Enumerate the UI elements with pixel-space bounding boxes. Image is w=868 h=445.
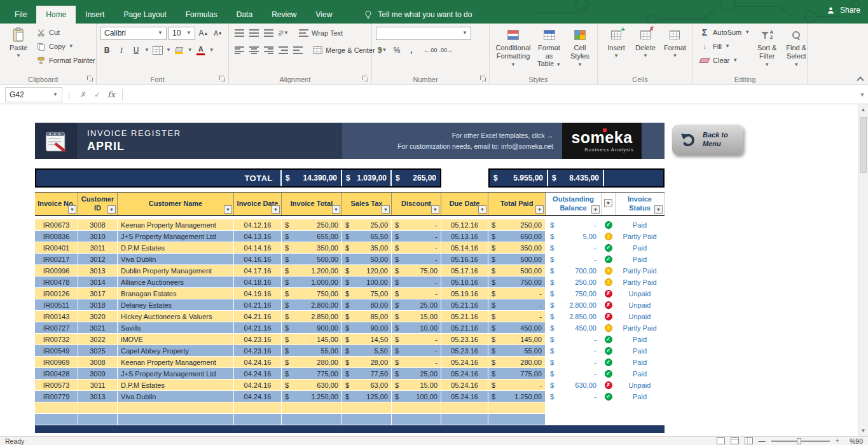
cell-total_paid[interactable]: $500,00 [488,265,546,277]
cell-invoice_date[interactable]: 04.23.16 [234,334,282,345]
cell-outstanding[interactable]: $- [546,368,602,380]
insert-cells-button[interactable]: + Insert ▼ [602,25,631,60]
autosum-button[interactable]: Σ AutoSum ▼ [697,25,752,39]
increase-font-size-button[interactable]: A▲ [197,27,210,39]
cell-customer_id[interactable]: 3010 [78,231,118,242]
cell-due_date[interactable]: 05.24.16 [441,391,488,402]
page-layout-view-icon[interactable] [731,437,739,444]
format-as-table-button[interactable]: Format asTable ▼ [533,25,565,70]
cell-due_date[interactable]: 05.24.16 [441,380,488,391]
cell-discount[interactable]: $15,00 [392,380,441,391]
tab-page-layout[interactable]: Page Layout [114,6,176,24]
cell-invoice-status[interactable]: Paid [616,334,665,345]
scroll-up-icon[interactable]: ▲ [858,104,868,115]
cell-outstanding[interactable]: $- [546,391,602,402]
clipboard-dialog-launcher-icon[interactable] [87,76,93,82]
cell-invoice-status[interactable]: Paid [616,242,665,254]
cell-invoice_total[interactable]: $900,00 [282,322,342,334]
cell-customer_name[interactable]: Keenan Property Management [118,357,234,368]
cell-invoice_date[interactable]: 04.24.16 [234,380,282,391]
cell-empty[interactable] [602,414,616,425]
cell-empty[interactable] [616,402,665,414]
normal-view-icon[interactable] [717,437,725,444]
align-right-button[interactable] [262,44,275,57]
cell-outstanding[interactable]: $250,00 [546,277,602,288]
cell-discount[interactable]: $- [392,277,441,288]
cell-customer_name[interactable]: Viva Dublin [118,254,234,265]
find-select-button[interactable]: Find &Select ▼ [782,25,811,70]
cell-invoice_no[interactable]: IR00732 [35,334,78,345]
cell-outstanding[interactable]: $- [546,345,602,357]
cell-sales_tax[interactable]: $25,00 [342,219,392,231]
cell-invoice-status[interactable]: Unpaid [616,311,665,322]
zoom-slider[interactable] [771,441,830,442]
font-size-select[interactable]: 10 ▼ [169,27,195,40]
insert-function-button[interactable]: fx [104,90,118,99]
copy-button[interactable]: Copy ▼ [33,39,98,53]
sort-filter-button[interactable]: AZ Sort &Filter ▼ [752,25,782,70]
cell-customer_id[interactable]: 3008 [78,219,118,231]
cell-invoice_date[interactable]: 04.18.16 [234,277,282,288]
fill-button[interactable]: ↓ Fill ▼ [697,39,752,53]
cell-empty[interactable] [78,414,118,425]
cell-empty[interactable] [35,402,78,414]
cell-customer_id[interactable]: 3017 [78,288,118,299]
cell-invoice-status[interactable]: Unpaid [616,299,665,311]
cell-sales_tax[interactable]: $35,00 [342,242,392,254]
cell-invoice-status[interactable]: Partly Paid [616,231,665,242]
cell-invoice-status[interactable]: Unpaid [616,380,665,391]
cell-invoice_no[interactable]: IR00779 [35,391,78,402]
collapse-ribbon-button[interactable] [857,76,863,81]
cell-invoice_date[interactable]: 04.21.16 [234,299,282,311]
cell-due_date[interactable]: 05.14.16 [441,242,488,254]
align-middle-button[interactable] [247,27,260,39]
cell-due_date[interactable]: 05.13.16 [441,231,488,242]
vertical-scrollbar[interactable]: ▲ ▼ [858,104,868,436]
cell-sales_tax[interactable]: $75,00 [342,288,392,299]
cell-total_paid[interactable]: $500,00 [488,254,546,265]
cell-discount[interactable]: $- [392,219,441,231]
wrap-text-button[interactable]: Wrap Text [296,26,345,40]
cell-outstanding[interactable]: $2.850,00 [546,311,602,322]
cell-empty[interactable] [342,414,392,425]
cell-sales_tax[interactable]: $120,00 [342,265,392,277]
cell-empty[interactable] [488,414,546,425]
tab-view[interactable]: View [307,6,342,24]
cell-outstanding[interactable]: $2.800,00 [546,299,602,311]
cell-customer_id[interactable]: 3011 [78,242,118,254]
accounting-format-button[interactable]: $▼ [376,44,389,57]
cell-invoice_no[interactable]: IR00511 [35,299,78,311]
tab-review[interactable]: Review [262,6,306,24]
cell-invoice_total[interactable]: $655,00 [282,231,342,242]
cell-total_paid[interactable]: $450,00 [488,322,546,334]
scrollbar-thumb[interactable] [860,117,867,173]
cell-total_paid[interactable]: $775,00 [488,368,546,380]
cell-total_paid[interactable]: $1.250,00 [488,391,546,402]
cell-customer_id[interactable]: 3013 [78,391,118,402]
zoom-in-button[interactable]: + [836,437,839,444]
cell-invoice-status[interactable]: Partly Paid [616,277,665,288]
cell-invoice_date[interactable]: 04.24.16 [234,357,282,368]
cell-sales_tax[interactable]: $90,00 [342,322,392,334]
cell-due_date[interactable]: 05.17.16 [441,265,488,277]
cell-invoice_total[interactable]: $1.200,00 [282,265,342,277]
cell-customer_id[interactable]: 3025 [78,345,118,357]
cell-invoice_no[interactable]: IR00401 [35,242,78,254]
align-top-button[interactable] [233,27,245,39]
align-center-button[interactable] [247,44,260,57]
banner-info-line2[interactable]: For customization needs, email to: info@… [397,141,553,151]
cell-total_paid[interactable]: $145,00 [488,334,546,345]
cell-empty[interactable] [488,402,546,414]
cell-sales_tax[interactable]: $85,00 [342,311,392,322]
increase-indent-button[interactable] [291,44,304,57]
cell-due_date[interactable]: 05.18.16 [441,277,488,288]
zoom-slider-thumb[interactable] [797,438,801,444]
name-box[interactable]: G42 ▼ [5,87,62,102]
cell-sales_tax[interactable]: $80,00 [342,299,392,311]
cell-customer_name[interactable]: Savills [118,322,234,334]
cut-button[interactable]: Cut [33,25,98,39]
filter-icon-customer_name[interactable]: ▼ [224,205,232,214]
cell-invoice_date[interactable]: 04.13.16 [234,231,282,242]
cell-due_date[interactable]: 05.24.16 [441,357,488,368]
cell-invoice_no[interactable]: IR00126 [35,288,78,299]
